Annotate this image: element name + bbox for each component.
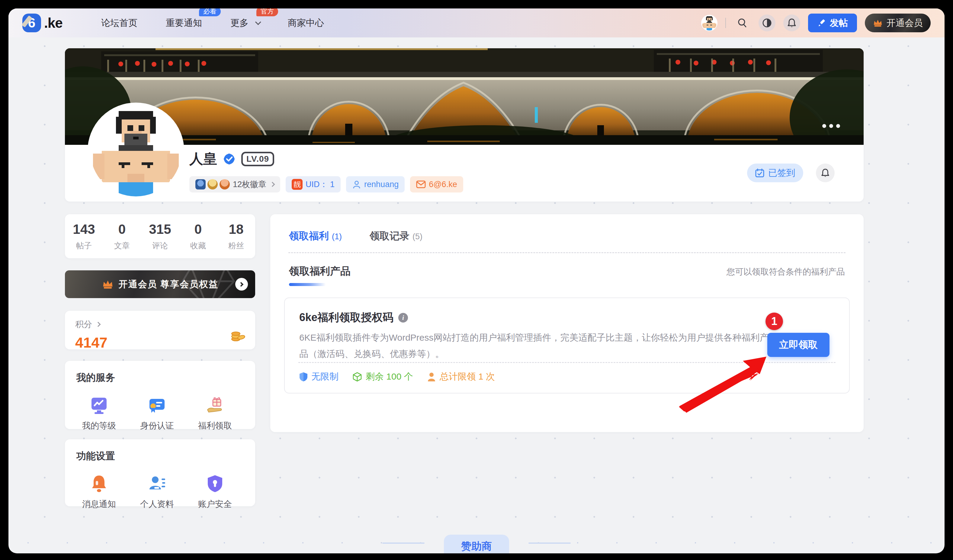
envelope-icon <box>416 180 426 188</box>
create-post-button[interactable]: 发帖 <box>808 14 857 32</box>
email-pill[interactable]: 6@6.ke <box>410 176 463 192</box>
top-navigation-bar: 6 .ke 论坛首页 重要通知 必看 更多 官方 <box>8 8 945 37</box>
stat-posts[interactable]: 143 帖子 <box>65 222 103 251</box>
site-logo[interactable]: 6 .ke <box>22 14 62 32</box>
nav-more[interactable]: 更多 官方 <box>230 17 259 29</box>
level-badge: LV.09 <box>241 152 274 166</box>
nav-important-notice[interactable]: 重要通知 必看 <box>166 17 202 29</box>
benefits-panel: 领取福利 (1) 领取记录 (5) 领取福利产品 您可以领取符合条件的福利产品 … <box>270 214 864 432</box>
bell-glyph <box>787 18 797 28</box>
nav-merchant-center[interactable]: 商家中心 <box>288 17 324 29</box>
person-icon <box>427 372 436 382</box>
arrow-circle-icon <box>235 278 248 291</box>
calendar-check-icon <box>755 168 765 178</box>
settings-title: 功能设置 <box>76 450 244 463</box>
avatar-pixelart <box>702 15 717 31</box>
theme-contrast-icon[interactable] <box>759 14 775 31</box>
stat-comments[interactable]: 315 评论 <box>141 222 179 251</box>
contrast-glyph <box>762 18 772 28</box>
setting-account-security[interactable]: 账户安全 <box>192 474 237 510</box>
chevron-right-icon <box>96 322 101 327</box>
tab-claim-records[interactable]: 领取记录 (5) <box>369 229 422 243</box>
services-items: 我的等级 身份认证 <box>76 395 244 432</box>
chevron-right-icon <box>270 182 275 187</box>
stat-label: 收藏 <box>179 240 217 251</box>
annotation-arrow <box>673 353 773 416</box>
setting-profile[interactable]: 个人资料 <box>134 474 180 510</box>
diamond-watermark-icon <box>180 270 237 298</box>
handle-value: renhuang <box>364 180 399 189</box>
nav-label: 更多 <box>230 17 248 29</box>
section-heading-row: 领取福利产品 您可以领取符合条件的福利产品 <box>289 264 845 278</box>
chevron-down-icon <box>255 19 261 25</box>
profile-badges-row: 12枚徽章 靓 UID： 1 renhuang <box>189 176 463 192</box>
product-tags: 无限制 剩余 100 个 总计限领 1 <box>299 371 495 383</box>
stat-label: 粉丝 <box>217 240 255 251</box>
username: 人皇 <box>189 150 217 169</box>
signed-in-button[interactable]: 已签到 <box>747 164 803 182</box>
coins-icon <box>229 326 246 342</box>
section-title: 领取福利产品 <box>289 264 351 278</box>
stat-value: 18 <box>217 222 255 237</box>
tab-claim-benefits[interactable]: 领取福利 (1) <box>289 229 342 243</box>
setting-notifications[interactable]: 消息通知 <box>76 474 122 510</box>
bell-orange-icon <box>89 474 109 493</box>
divider <box>528 543 571 544</box>
crown-icon <box>102 279 114 289</box>
bell-glyph <box>820 168 830 178</box>
stat-value: 143 <box>65 222 103 237</box>
vip-label: 开通会员 <box>886 17 923 29</box>
service-my-level[interactable]: 我的等级 <box>76 395 122 432</box>
uid-pill[interactable]: 靓 UID： 1 <box>286 176 341 192</box>
must-read-badge: 必看 <box>199 8 221 16</box>
official-badge: 官方 <box>256 8 278 16</box>
medals-pill[interactable]: 12枚徽章 <box>189 176 280 192</box>
stat-label: 文章 <box>103 240 141 251</box>
page-footer: 赞助商 <box>8 523 945 553</box>
tag-label: 无限制 <box>311 371 338 383</box>
service-identity-verify[interactable]: 身份认证 <box>134 395 180 432</box>
profile-bell-icon[interactable] <box>816 164 835 182</box>
verified-badge-icon <box>222 152 236 166</box>
crown-icon <box>873 19 883 28</box>
benefit-tabs: 领取福利 (1) 领取记录 (5) <box>289 229 422 243</box>
user-avatar-small[interactable] <box>701 15 717 31</box>
claim-now-button[interactable]: 立即领取 <box>767 333 829 357</box>
stat-articles[interactable]: 0 文章 <box>103 222 141 251</box>
service-benefit-claim[interactable]: 福利领取 <box>192 395 237 432</box>
points-link[interactable]: 积分 <box>75 319 245 330</box>
post-label: 发帖 <box>830 17 848 29</box>
banner-more-icon[interactable] <box>822 124 840 128</box>
email-value: 6@6.ke <box>429 180 457 189</box>
medals-count-label: 12枚徽章 <box>233 179 266 190</box>
info-icon[interactable]: i <box>398 313 408 323</box>
services-title: 我的服务 <box>76 371 244 384</box>
tab-label: 领取记录 <box>369 229 410 243</box>
handle-pill[interactable]: renhuang <box>346 176 405 192</box>
nav-forum-home[interactable]: 论坛首页 <box>101 17 137 29</box>
tab-count: (1) <box>332 232 342 241</box>
username-row: 人皇 LV.09 <box>189 150 274 169</box>
stat-followers[interactable]: 18 粉丝 <box>217 222 255 251</box>
stat-label: 帖子 <box>65 240 103 251</box>
stat-label: 评论 <box>141 240 179 251</box>
stat-favorites[interactable]: 0 收藏 <box>179 222 217 251</box>
user-info: 人皇 LV.09 <box>189 150 274 169</box>
sponsor-button[interactable]: 赞助商 <box>444 535 509 553</box>
tag-remaining: 剩余 100 个 <box>352 371 413 383</box>
setting-label: 消息通知 <box>82 498 116 510</box>
nav-label: 商家中心 <box>288 17 324 29</box>
service-label: 我的等级 <box>82 420 116 432</box>
open-vip-button[interactable]: 开通会员 <box>865 14 931 32</box>
search-icon[interactable] <box>734 14 751 31</box>
setting-label: 账户安全 <box>198 498 232 510</box>
user-avatar-large[interactable] <box>88 102 184 199</box>
tab-count: (5) <box>413 232 422 241</box>
notification-bell-icon[interactable] <box>783 14 800 31</box>
person-card-icon <box>147 474 167 493</box>
product-title: 6ke福利领取授权码 <box>299 310 393 325</box>
monitor-chart-icon <box>89 395 109 415</box>
my-services-card: 我的服务 我的等级 <box>65 361 255 429</box>
dashed-divider <box>289 252 846 253</box>
vip-promo-banner[interactable]: 开通会员 尊享会员权益 <box>65 270 255 298</box>
